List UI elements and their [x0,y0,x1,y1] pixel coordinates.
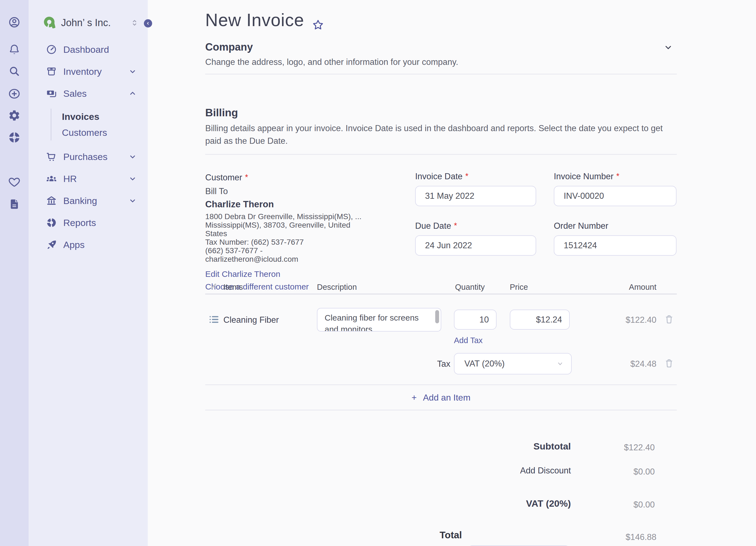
customer-block: Customer * Bill To Charlize Theron 1800 … [205,173,409,291]
divider [205,410,677,410]
edit-customer-link[interactable]: Edit Charlize Theron [205,270,409,279]
sidebar-item-invoices[interactable]: Invoices [51,109,148,125]
column-header-quantity: Quantity [455,282,485,292]
invoice-date-input[interactable] [415,186,536,206]
customer-tax-number: Tax Number: (662) 537-7677 [205,238,409,246]
chevron-down-icon [555,359,565,369]
scrollbar-thumb[interactable] [435,310,439,323]
item-drag-handle-icon[interactable] [208,313,220,325]
sidebar-item-reports[interactable]: Reports [29,212,148,234]
account-icon[interactable] [8,16,21,29]
apps-rocket-icon [46,239,57,251]
company-section-chevron-icon[interactable] [663,42,674,53]
sidebar-item-dashboard[interactable]: Dashboard [29,39,148,61]
order-number-field-group: Order Number [554,221,676,256]
sidebar-item-label: HR [63,174,77,184]
vat-label: VAT (20%) [461,498,571,509]
sidebar-item-hr[interactable]: HR [29,168,148,190]
page-title-text: New Invoice [205,10,304,30]
item-description-text: Cleaning fiber for screens and monitors [325,312,431,331]
company-section-description: Change the address, logo, and other info… [205,57,458,67]
sidebar-item-purchases[interactable]: Purchases [29,146,148,168]
sidebar-item-label: Purchases [63,152,108,162]
chevron-up-icon [128,89,137,98]
delete-tax-trash-icon[interactable] [664,358,674,368]
required-asterisk: * [616,172,619,182]
sidebar-item-inventory[interactable]: Inventory [29,61,148,83]
item-price-input[interactable] [510,309,570,330]
divider [205,154,677,155]
discount-value: $0.00 [600,467,655,477]
add-plus-circle-icon[interactable] [8,87,21,100]
textarea-scrollbar [435,309,439,331]
favorite-star-icon[interactable] [311,15,325,29]
vat-value: $0.00 [600,500,655,510]
order-number-label: Order Number [554,221,676,231]
chevron-down-icon [128,196,137,205]
address-line: 1800 Debra Dr Greenville, Mississippi(MS… [205,212,409,221]
search-icon[interactable] [8,65,21,78]
item-name: Cleaning Fiber [223,315,279,325]
chevron-down-icon [128,174,137,183]
tax-amount: $24.48 [601,359,656,369]
sidebar-collapse-button[interactable] [144,19,152,28]
column-header-price: Price [510,282,528,292]
invoice-number-label: Invoice Number * [554,172,676,182]
notifications-bell-icon[interactable] [8,43,21,56]
column-header-amount: Amount [601,282,656,292]
item-quantity-input[interactable] [454,309,497,330]
invoice-fields: Invoice Date * Invoice Number * Due Date… [415,172,676,256]
item-description-textarea[interactable]: Cleaning fiber for screens and monitors [317,308,441,331]
sidebar-nav: Dashboard Inventory [29,39,148,256]
add-tax-link[interactable]: Add Tax [454,336,483,345]
tax-select-value: VAT (20%) [454,359,505,369]
customer-name: Charlize Theron [205,199,409,210]
favorites-heart-icon[interactable] [8,176,21,188]
plus-icon: + [412,392,417,402]
customer-email: charlizetheron@icloud.com [205,255,409,264]
sidebar-item-label: Inventory [63,66,102,77]
required-asterisk: * [465,172,468,182]
order-number-input[interactable] [554,235,676,256]
company-logo [43,15,57,30]
subtotal-value: $122.40 [600,443,655,452]
bill-to-label: Bill To [205,187,409,196]
switch-company-icon[interactable] [130,18,139,28]
billing-section-description: Billing details appear in your invoice. … [205,122,670,147]
required-asterisk: * [245,173,248,183]
purchases-cart-icon [46,151,57,163]
sidebar-item-customers[interactable]: Customers [51,125,148,141]
invoice-number-input[interactable] [554,186,676,206]
sidebar-item-apps[interactable]: Apps [29,234,148,256]
company-switcher[interactable]: John’ s Inc. [29,0,148,39]
company-name: John’ s Inc. [61,17,111,29]
column-header-items: Items [223,282,243,292]
sales-submenu: Invoices Customers [51,109,148,141]
column-header-description: Description [317,282,357,292]
divider [205,384,677,385]
table-header-divider [205,293,677,294]
sidebar-item-banking[interactable]: Banking [29,190,148,212]
sidebar-item-label: Banking [63,196,97,206]
subtotal-label: Subtotal [461,441,571,452]
edit-items-pencil-icon [209,281,218,291]
page-title: New Invoice [205,10,325,30]
help-lifebuoy-icon[interactable] [8,131,21,144]
sidebar-item-sales[interactable]: Sales [29,83,148,105]
banking-bank-icon [46,195,57,207]
due-date-input[interactable] [415,235,536,256]
add-discount-link[interactable]: Add Discount [461,466,571,476]
chevron-down-icon [128,152,137,161]
address-line: States [205,229,409,238]
tax-select[interactable]: VAT (20%) [454,353,572,374]
settings-gear-icon[interactable] [8,109,21,122]
dashboard-icon [46,44,57,55]
app-canvas: John’ s Inc. Dashboard [0,0,756,546]
due-date-field-group: Due Date * [415,221,536,256]
delete-item-trash-icon[interactable] [664,314,674,324]
add-item-button[interactable]: + Add an Item [205,392,677,403]
address-line: Mississippi(MS), 38703, Greenville, Unit… [205,221,409,229]
due-date-label: Due Date * [415,221,536,231]
hr-people-icon [46,173,57,185]
documents-file-icon[interactable] [8,198,21,210]
